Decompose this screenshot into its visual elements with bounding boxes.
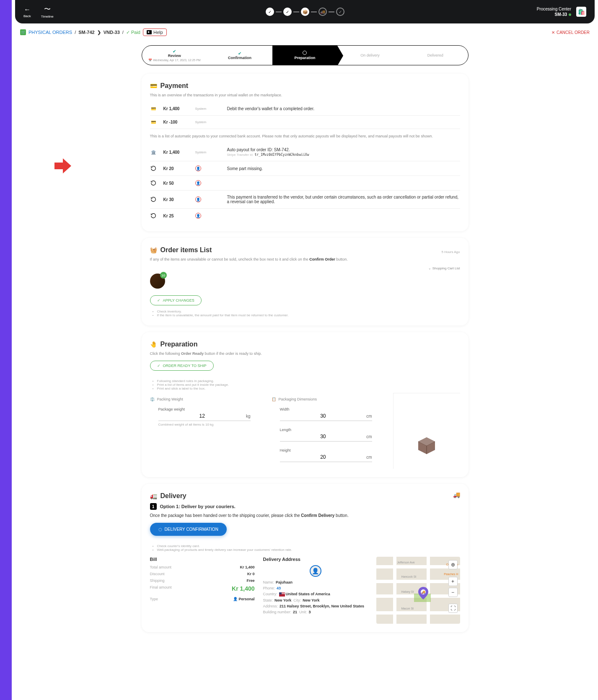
check-icon: ✔ (173, 49, 176, 54)
bc-vendor: VND-33 (104, 30, 120, 35)
bag-icon[interactable]: 🛍️ (576, 7, 586, 17)
back-button[interactable]: ← Back (23, 6, 31, 18)
bill-section: Bill Total amountKr 1,400 DiscountKr 0 S… (150, 557, 255, 624)
map-locate-button[interactable]: ⊕ (448, 560, 458, 569)
basket-icon: 🧺 (150, 247, 157, 253)
pay-amount: Kr 1,400 (163, 106, 189, 111)
step-date: 📅 Wednesday, Apr 17, 2023, 12:25 PM (148, 59, 201, 62)
chevron-down-icon: ⌄ (428, 266, 431, 270)
step-confirmation: ✔ Confirmation (207, 46, 272, 65)
bill-title: Bill (150, 557, 255, 562)
breadcrumb-bar: 🛒 PHYSICAL ORDERS / SM-742 ❯ VND-33 / ✓ … (12, 23, 598, 41)
product-thumbnail[interactable]: 10 (150, 274, 165, 289)
option-1-header: 1 Option 1: Deliver by your couriers. (150, 503, 460, 510)
pc-title: Processing Center (537, 7, 571, 11)
qty-badge: 10 (160, 272, 167, 279)
addr-phone[interactable]: 43 (277, 586, 281, 590)
check-icon: ✔ (238, 51, 241, 56)
weight-input[interactable] (158, 413, 246, 419)
order-items-card: 🧺 Order items List 5 Hours Ago If any of… (142, 238, 469, 325)
bank-icon: 🏛️ (150, 150, 157, 155)
payment-row: 💳 Kr 1,400 System Debit the vendor's wal… (150, 102, 460, 116)
pay-amount: Kr 20 (163, 166, 189, 171)
back-label: Back (23, 14, 31, 18)
refund-icon (150, 196, 157, 202)
delivery-sub: Once the package has been handed over to… (150, 513, 460, 518)
packing-weight-header: ⚖️ Packing Weight (150, 397, 259, 401)
progress-indicator: ✓ ✓ 📦 🚚 ✓ (266, 8, 344, 16)
addr-city: New York (303, 598, 319, 602)
truck-icon: 🚛 (150, 493, 157, 499)
preparation-title: Preparation (161, 341, 198, 348)
customer-avatar: 👤 (310, 565, 321, 577)
delivery-confirmation-button[interactable]: ◌ DELIVERY CONFIRMATION (150, 523, 227, 536)
address-title: Delivery Address (263, 557, 368, 562)
weight-unit: kg (246, 414, 251, 418)
length-label: Length (280, 428, 372, 432)
map-fullscreen-button[interactable]: ⛶ (448, 604, 458, 613)
preparation-card: 🤚 Preparation Click the following Order … (142, 332, 469, 477)
refund-icon (150, 180, 157, 186)
delivery-map[interactable]: Jefferson Ave Hancock St Halsey St Macon… (376, 557, 460, 624)
delivery-card: 🚚 🚛 Delivery 1 Option 1: Deliver by your… (142, 484, 469, 632)
addr-state: New York (274, 598, 291, 602)
weight-label: Package weight (158, 407, 251, 411)
apply-changes-button[interactable]: ✓ APPLY CHANGES (150, 295, 202, 305)
user-badge-icon: 👤 (195, 165, 201, 171)
step-review: ✔ Review 📅 Wednesday, Apr 17, 2023, 12:2… (142, 46, 207, 65)
payout-row: Kr 25 👤 (150, 209, 460, 223)
map-zoom-in-button[interactable]: + (448, 577, 458, 586)
width-input[interactable] (280, 413, 367, 419)
pc-code: SM-33 (555, 12, 567, 17)
timeline-button[interactable]: 〜 Timeline (41, 5, 54, 18)
pay-badge: System (195, 107, 220, 111)
order-ready-button[interactable]: ✓ ORDER READY TO SHIP (150, 361, 214, 371)
weight-icon: ⚖️ (150, 397, 155, 401)
bill-type: 👤 Personal (233, 597, 255, 601)
delivery-title: Delivery (161, 492, 186, 500)
cancel-icon: ✕ (551, 30, 555, 35)
addr-name: Pajuhaan (276, 580, 293, 584)
check-icon: ✓ (157, 298, 161, 302)
card-icon: 💳 (150, 120, 157, 124)
credit-card-icon: 💳 (150, 83, 157, 89)
pay-desc: Auto payout for order ID: SM-742. Stripe… (227, 147, 460, 157)
order-items-title: Order items List (161, 246, 212, 254)
pay-amount: Kr 30 (163, 197, 189, 202)
play-icon (147, 30, 152, 34)
refund-icon (150, 213, 157, 219)
hours-ago: 5 Hours Ago (441, 250, 460, 254)
map-label: Hancock St (401, 575, 417, 578)
payment-sub: This is an overview of the transactions … (150, 93, 460, 97)
truck-icon: 🚚 (453, 491, 460, 498)
height-unit: cm (366, 455, 372, 460)
item-list: 10 (150, 274, 460, 289)
pay-desc: Some part missing. (227, 166, 460, 171)
map-zoom-out-button[interactable]: − (448, 588, 458, 597)
bc-physical-orders[interactable]: PHYSICAL ORDERS (28, 30, 72, 35)
refund-icon (150, 165, 157, 171)
shopping-cart-list-link[interactable]: ⌄ Shopping Cart List (150, 266, 460, 270)
payment-row: 💳 Kr -100 System (150, 116, 460, 129)
addr-country: United States of America (286, 592, 330, 596)
map-label: Jefferson Ave (397, 561, 415, 564)
user-badge-icon: 👤 (195, 213, 201, 219)
payout-row: 🏛️ Kr 1,400 System Auto payout for order… (150, 143, 460, 161)
arrow-left-icon: ← (24, 6, 31, 13)
processing-center: Processing Center SM-33 (537, 7, 571, 17)
timeline-icon: 〜 (44, 5, 51, 14)
weight-hint: Combined weight of all items is 10 kg (158, 423, 251, 426)
card-icon: 💳 (150, 106, 157, 111)
map-label: Peaches H (444, 573, 458, 576)
payment-title: Payment (161, 82, 189, 90)
height-input[interactable] (280, 454, 367, 460)
length-input[interactable] (280, 434, 367, 439)
bill-discount: Kr 0 (247, 572, 255, 576)
length-unit: cm (366, 434, 372, 439)
top-bar: ← Back 〜 Timeline ✓ ✓ 📦 🚚 ✓ (15, 0, 595, 23)
cancel-order-button[interactable]: ✕ CANCEL ORDER (551, 30, 590, 35)
arrow-pointer-icon (54, 158, 71, 173)
order-items-tips: Check inventory. If the item is unavaila… (150, 310, 460, 317)
help-button[interactable]: Help (143, 28, 167, 36)
packaging-dims-header: 📋 Packaging Dimensions (272, 397, 381, 401)
